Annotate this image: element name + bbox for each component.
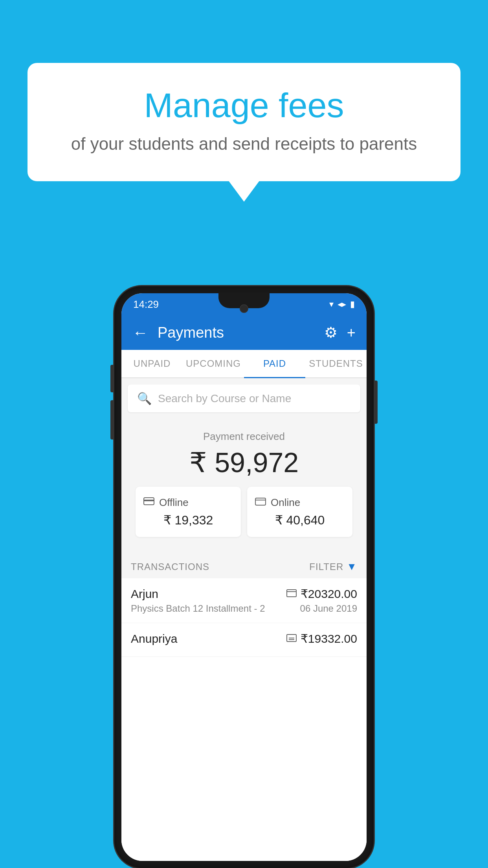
app-title: Payments: [158, 324, 324, 341]
transaction-sub: Physics Batch 12 Installment - 2 06 June…: [131, 603, 357, 614]
wifi-icon: ▾: [329, 299, 334, 309]
svg-rect-1: [144, 500, 154, 501]
phone-frame: 14:29 ▾ ◂▸ ▮ ← Payments ⚙ + UNPAID: [114, 286, 374, 868]
tabs-bar: UNPAID UPCOMING PAID STUDENTS: [121, 350, 367, 378]
signal-icon: ◂▸: [338, 299, 346, 309]
online-payment-card: Online ₹ 40,640: [247, 487, 352, 537]
payment-cards-row: Offline ₹ 19,332: [129, 487, 359, 545]
online-card-header: Online: [255, 496, 345, 509]
transactions-header: TRANSACTIONS FILTER ▼: [121, 553, 367, 578]
transaction-amount: ₹20320.00: [301, 587, 357, 601]
search-icon: 🔍: [137, 392, 152, 405]
speech-bubble-container: Manage fees of your students and send re…: [28, 63, 460, 181]
status-time: 14:29: [133, 298, 159, 311]
filter-button[interactable]: FILTER ▼: [309, 561, 357, 573]
tab-paid[interactable]: PAID: [244, 350, 305, 377]
phone-camera: [240, 304, 248, 313]
filter-icon: ▼: [347, 561, 357, 573]
transaction-row[interactable]: Arjun ₹20320.00: [121, 578, 367, 623]
offline-card-header: Offline: [143, 496, 233, 509]
online-amount: ₹ 40,640: [255, 513, 345, 528]
transaction-row[interactable]: Anupriya ₹19332.00: [121, 623, 367, 657]
tab-upcoming[interactable]: UPCOMING: [183, 350, 244, 377]
transactions-list: Arjun ₹20320.00: [121, 578, 367, 861]
payment-total-amount: ₹ 59,972: [129, 447, 359, 479]
offline-amount: ₹ 19,332: [143, 513, 233, 528]
search-bar[interactable]: 🔍 Search by Course or Name: [128, 384, 360, 412]
transaction-main: Arjun ₹20320.00: [131, 587, 357, 601]
payment-type-icon: [286, 633, 297, 644]
transaction-name: Arjun: [131, 587, 158, 601]
status-icons: ▾ ◂▸ ▮: [329, 299, 355, 309]
speech-bubble: Manage fees of your students and send re…: [28, 63, 460, 181]
volume-down-button: [110, 400, 114, 440]
payment-summary: Payment received ₹ 59,972: [121, 419, 367, 553]
add-icon[interactable]: +: [347, 324, 356, 341]
online-label: Online: [271, 497, 300, 509]
app-bar: ← Payments ⚙ +: [121, 315, 367, 350]
payment-received-label: Payment received: [129, 430, 359, 443]
svg-rect-2: [255, 498, 266, 505]
volume-up-button: [110, 365, 114, 392]
battery-icon: ▮: [350, 299, 355, 309]
transaction-amount: ₹19332.00: [301, 632, 357, 645]
bubble-subtitle: of your students and send receipts to pa…: [59, 134, 429, 154]
filter-label: FILTER: [309, 561, 343, 572]
power-button: [374, 381, 378, 424]
bubble-title: Manage fees: [59, 86, 429, 125]
offline-payment-card: Offline ₹ 19,332: [136, 487, 241, 537]
app-bar-actions: ⚙ +: [324, 324, 356, 341]
phone-screen: 14:29 ▾ ◂▸ ▮ ← Payments ⚙ + UNPAID: [121, 293, 367, 861]
payment-type-icon: [286, 588, 297, 600]
transaction-main: Anupriya ₹19332.00: [131, 632, 357, 645]
phone-notch: [218, 293, 270, 308]
phone-outer: 14:29 ▾ ◂▸ ▮ ← Payments ⚙ + UNPAID: [114, 286, 374, 868]
tab-unpaid[interactable]: UNPAID: [121, 350, 183, 377]
offline-label: Offline: [159, 497, 189, 509]
svg-rect-3: [287, 590, 296, 597]
online-icon: [255, 496, 266, 509]
search-placeholder: Search by Course or Name: [158, 392, 291, 405]
transaction-course: Physics Batch 12 Installment - 2: [131, 603, 265, 614]
transactions-label: TRANSACTIONS: [131, 561, 209, 572]
settings-icon[interactable]: ⚙: [324, 324, 338, 341]
offline-icon: [143, 496, 154, 509]
transaction-name: Anupriya: [131, 632, 177, 645]
transaction-amount-wrap: ₹19332.00: [286, 632, 357, 645]
transaction-amount-wrap: ₹20320.00: [286, 587, 357, 601]
content-area: 🔍 Search by Course or Name Payment recei…: [121, 378, 367, 861]
tab-students[interactable]: STUDENTS: [305, 350, 367, 377]
back-button[interactable]: ←: [132, 324, 148, 342]
transaction-date: 06 June 2019: [300, 603, 357, 614]
